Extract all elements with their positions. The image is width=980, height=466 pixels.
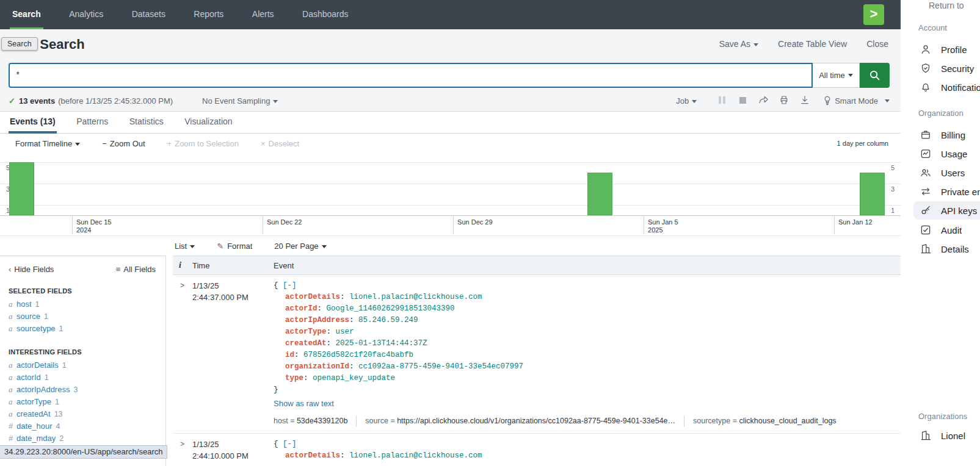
chevron-down-icon (692, 100, 697, 103)
field-item-actorType[interactable]: aactorType1 (0, 396, 165, 408)
nav-item-dashboards[interactable]: Dashboards (300, 0, 351, 29)
nav-item-analytics[interactable]: Analytics (67, 0, 106, 29)
json-value[interactable]: cc1092aa-8775-459e-9401-33e54ec07997 (358, 362, 523, 371)
timeline-bar[interactable] (9, 162, 34, 216)
search-button[interactable] (860, 63, 890, 88)
json-value[interactable]: user (336, 328, 354, 336)
meta-source[interactable]: source = https://api.clickhouse.cloud/v1… (356, 415, 684, 427)
timeline-plot[interactable]: 5 3 1 5 3 1 (0, 160, 901, 216)
field-item-createdAt[interactable]: acreatedAt13 (0, 408, 165, 420)
json-value[interactable]: openapi_key_update (313, 374, 395, 382)
splunk-logo-icon[interactable]: > (863, 4, 884, 25)
time-range-picker[interactable]: All time (813, 63, 860, 88)
tab-patterns[interactable]: Patterns (75, 112, 109, 134)
menu-item-users[interactable]: Users (918, 163, 971, 182)
json-key[interactable]: type (285, 374, 303, 382)
menu-item-label: Lionel (941, 431, 965, 441)
event-sampling-menu[interactable]: No Event Sampling (202, 96, 278, 106)
json-key[interactable]: id (285, 351, 294, 359)
zoom-out-button[interactable]: −Zoom Out (102, 139, 145, 148)
field-type-prefix: a (9, 385, 16, 395)
export-button[interactable] (794, 95, 815, 107)
share-job-button[interactable] (753, 95, 774, 106)
menu-item-security[interactable]: Security (918, 59, 980, 77)
time-column-header[interactable]: Time (192, 261, 274, 270)
field-item-date_mday[interactable]: #date_mday2 (0, 432, 165, 445)
event-date: 1/13/25 (192, 280, 274, 292)
menu-item-api-keys[interactable]: API keys (913, 201, 980, 220)
menu-item-audit[interactable]: Audit (918, 221, 968, 239)
json-value[interactable]: 85.246.59.249 (358, 316, 418, 324)
field-item-source[interactable]: asource1 (0, 310, 165, 323)
field-item-actorDetails[interactable]: aactorDetails1 (0, 359, 165, 371)
field-item-sourcetype[interactable]: asourcetype1 (0, 323, 165, 335)
deselect-button[interactable]: ×Deselect (261, 139, 299, 148)
pause-job-button[interactable] (711, 96, 732, 106)
json-key[interactable]: actorId (285, 304, 318, 313)
menu-item-profile[interactable]: Profile (918, 40, 973, 59)
return-to-link[interactable]: Return to (929, 1, 964, 10)
json-value[interactable]: lionel.palacin@clickhouse.com (349, 451, 482, 460)
json-key[interactable]: actorDetails (285, 293, 340, 301)
meta-sourcetype[interactable]: sourcetype = clickhouse_cloud_audit_logs (684, 415, 845, 427)
create-table-view-button[interactable]: Create Table View (778, 39, 847, 49)
format-timeline-menu[interactable]: Format Timeline (15, 139, 80, 148)
hide-fields-button[interactable]: ‹Hide Fields (9, 265, 54, 274)
json-key[interactable]: actorType (285, 328, 327, 336)
field-item-actorIpAddress[interactable]: aactorIpAddress3 (0, 384, 165, 396)
json-collapse-toggle[interactable]: [-] (283, 281, 297, 290)
field-type-prefix: a (9, 299, 16, 309)
print-button[interactable] (774, 95, 794, 107)
job-menu[interactable]: Job (676, 96, 697, 106)
json-value[interactable]: 2025-01-13T14:44:37Z (336, 339, 427, 348)
meta-host[interactable]: host = 53de4339120b (274, 415, 356, 427)
search-input[interactable] (15, 71, 811, 81)
list-view-menu[interactable]: List (175, 242, 195, 251)
save-as-button[interactable]: Save As (719, 39, 758, 49)
tab-events[interactable]: Events (13) (9, 112, 57, 134)
nav-item-datasets[interactable]: Datasets (129, 0, 168, 29)
json-value[interactable]: 678526d582c1f20fac4babfb (303, 351, 413, 359)
events-table: i Time Event > 1/13/25 2:44:37.000 PM { … (173, 256, 901, 466)
nav-item-reports[interactable]: Reports (191, 0, 226, 29)
json-key[interactable]: organizationId (285, 362, 349, 371)
format-results-button[interactable]: ✎Format (217, 242, 252, 251)
timeline-tick (263, 217, 263, 234)
json-value[interactable]: Google_114602629918513043390 (327, 304, 455, 313)
menu-item-notifications[interactable]: Notifications (918, 78, 980, 96)
per-page-menu[interactable]: 20 Per Page (274, 242, 326, 251)
menu-item-private-endpoints[interactable]: Private endpoints (918, 182, 980, 201)
menu-item-usage[interactable]: Usage (918, 145, 973, 163)
chevron-down-icon (322, 245, 327, 248)
event-body: { [-] actorDetails: lionel.palacin@click… (274, 439, 901, 462)
json-key[interactable]: actorDetails (285, 451, 340, 460)
json-value[interactable]: lionel.palacin@clickhouse.com (349, 293, 482, 301)
close-button[interactable]: Close (866, 39, 888, 49)
tab-visualization[interactable]: Visualization (183, 112, 233, 134)
field-item-host[interactable]: ahost1 (0, 298, 165, 310)
menu-item-billing[interactable]: Billing (918, 126, 971, 144)
json-key[interactable]: actorIpAddress (285, 316, 349, 324)
expand-event-button[interactable]: > (173, 280, 192, 427)
json-key[interactable]: createdAt (285, 339, 327, 348)
field-item-date_hour[interactable]: #date_hour4 (0, 420, 165, 432)
menu-item-organization-lionel[interactable]: Lionel (918, 426, 971, 445)
tab-statistics[interactable]: Statistics (128, 112, 165, 134)
json-collapse-toggle[interactable]: [-] (283, 440, 297, 448)
nav-item-search[interactable]: Search (10, 1, 43, 30)
show-raw-text-link[interactable]: Show as raw text (274, 398, 901, 409)
zoom-to-selection-button[interactable]: +Zoom to Selection (167, 139, 239, 148)
timeline-bar[interactable] (860, 173, 885, 215)
all-fields-button[interactable]: ≡All Fields (116, 265, 156, 274)
menu-item-label: Details (941, 244, 969, 254)
timeline-bar[interactable] (587, 173, 612, 215)
meta-key: sourcetype (693, 417, 730, 425)
nav-item-alerts[interactable]: Alerts (250, 0, 277, 29)
event-body: { [-] actorDetails: lionel.palacin@click… (274, 280, 901, 427)
menu-item-details[interactable]: Details (918, 240, 975, 258)
stop-job-button[interactable] (732, 96, 753, 106)
search-mode-menu[interactable]: Smart Mode (824, 96, 890, 106)
field-item-actorId[interactable]: aactorId1 (0, 371, 165, 384)
expand-event-button[interactable]: > (173, 439, 192, 462)
results-toolbar: List ✎Format 20 Per Page (0, 235, 901, 256)
